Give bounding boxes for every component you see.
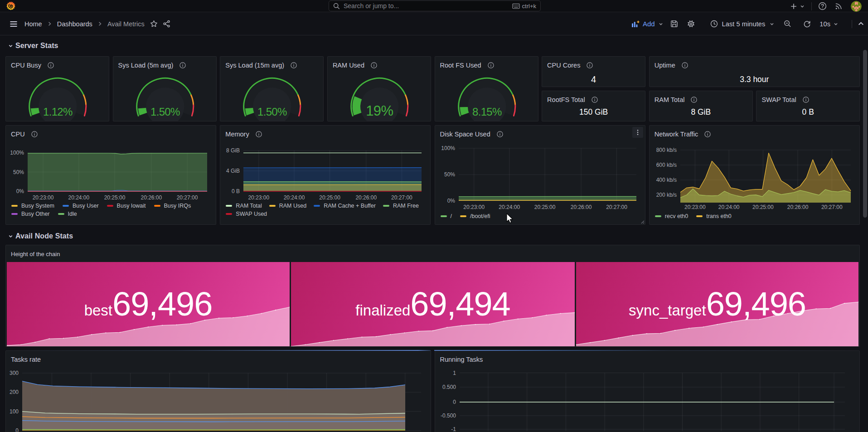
save-icon bbox=[670, 20, 678, 28]
legend-item[interactable]: RAM Free bbox=[383, 203, 419, 209]
search-placeholder: Search or jump to... bbox=[344, 2, 512, 10]
panel-sys-load-15m: Sys Load (15m avg)1.50% bbox=[220, 56, 324, 121]
scrollbar-thumb[interactable] bbox=[863, 50, 867, 218]
legend-item[interactable]: trans eth0 bbox=[696, 213, 732, 219]
legend-swatch bbox=[154, 205, 160, 207]
dashboard-settings-button[interactable] bbox=[685, 17, 697, 31]
stat-sync-target[interactable]: sync_target69,496 bbox=[576, 262, 858, 346]
legend-item[interactable]: Busy Iowait bbox=[107, 203, 146, 209]
panel-loading-indicator bbox=[434, 350, 860, 351]
breadcrumb-dashboards[interactable]: Dashboards bbox=[57, 20, 92, 28]
rss-icon bbox=[835, 2, 843, 10]
save-dashboard-button[interactable] bbox=[669, 17, 680, 31]
stat-label: finalized bbox=[355, 302, 410, 319]
x-axis-label: 20:26:00 bbox=[356, 194, 377, 201]
legend-item[interactable]: RAM Used bbox=[269, 203, 306, 209]
y-axis-label: 800 kb/s bbox=[656, 147, 676, 153]
dashboard-canvas: Server Stats CPU Busy1.12% Sys Load (5m … bbox=[0, 35, 868, 432]
panel-title: RootFS Total bbox=[547, 96, 585, 103]
new-button[interactable] bbox=[790, 3, 805, 10]
gauge-chart: 1.12% bbox=[6, 57, 109, 121]
collapse-toolbar-button[interactable] bbox=[856, 17, 866, 31]
panel-network-traffic: Network Traffic200 kb/s400 kb/s600 kb/s8… bbox=[649, 125, 860, 225]
zoom-out-button[interactable] bbox=[782, 17, 793, 31]
favorite-button[interactable] bbox=[150, 20, 158, 28]
legend-item[interactable]: RAM Cache + Buffer bbox=[314, 203, 376, 209]
stat-text: best69,496 bbox=[7, 285, 290, 323]
panel-title: SWAP Total bbox=[761, 96, 796, 103]
chevron-down-icon bbox=[833, 21, 839, 27]
legend: //boot/efi bbox=[441, 213, 635, 219]
legend-item[interactable]: Busy System bbox=[11, 203, 54, 209]
info-icon[interactable] bbox=[682, 62, 688, 68]
help-button[interactable] bbox=[818, 2, 827, 10]
x-axis-label: 20:27:00 bbox=[177, 194, 198, 201]
legend-item[interactable]: Busy IRQs bbox=[154, 203, 191, 209]
legend-item[interactable]: Busy Other bbox=[11, 211, 50, 217]
y-axis-label: 0.500 bbox=[442, 384, 456, 390]
legend-item[interactable]: /boot/efi bbox=[460, 213, 490, 219]
panel-swap-total: SWAP Total0 B bbox=[756, 91, 860, 121]
x-axis-label: 20:25:00 bbox=[534, 204, 555, 210]
stat-best[interactable]: best69,496 bbox=[7, 262, 290, 346]
info-icon[interactable] bbox=[691, 97, 697, 103]
legend: Busy SystemBusy UserBusy IowaitBusy IRQs… bbox=[11, 203, 206, 217]
share-icon bbox=[163, 20, 170, 28]
legend: recv eth0trans eth0 bbox=[655, 213, 850, 219]
gauge-chart: 1.50% bbox=[113, 57, 216, 121]
y-axis-label: 8 GiB bbox=[226, 147, 240, 154]
chevron-up-icon bbox=[858, 20, 864, 27]
x-axis-label: 20:27:00 bbox=[606, 204, 627, 210]
legend-swatch bbox=[460, 215, 466, 217]
y-axis-label: -0.500 bbox=[440, 413, 456, 419]
legend-item[interactable]: Idle bbox=[58, 211, 77, 217]
chevron-down-icon bbox=[8, 44, 13, 49]
search-input[interactable]: Search or jump to... ctrl+k bbox=[329, 0, 541, 11]
breadcrumb-home[interactable]: Home bbox=[24, 20, 42, 28]
panel-running-tasks: Running Tasks-1-0.50000.5001 bbox=[435, 350, 860, 432]
breadcrumb-separator bbox=[47, 21, 53, 27]
y-axis-label: 100 bbox=[10, 408, 19, 415]
info-icon[interactable] bbox=[803, 97, 809, 103]
help-icon bbox=[818, 2, 827, 10]
stat-value: 4 bbox=[542, 72, 645, 87]
user-avatar[interactable] bbox=[851, 1, 862, 12]
stat-value: 150 GiB bbox=[542, 107, 645, 117]
news-button[interactable] bbox=[835, 2, 843, 10]
panel-title: RAM Total bbox=[655, 96, 685, 103]
gauge-chart: 19% bbox=[328, 57, 431, 121]
y-axis-label: 200 kb/s bbox=[656, 192, 676, 198]
gauge-value: 1.50% bbox=[150, 106, 180, 118]
resize-handle[interactable] bbox=[640, 219, 645, 224]
legend-swatch bbox=[441, 215, 447, 217]
stat-finalized[interactable]: finalized69,494 bbox=[291, 262, 575, 346]
x-axis-label: 20:23:00 bbox=[33, 194, 54, 201]
keyboard-icon bbox=[512, 3, 520, 9]
legend-item[interactable]: Busy User bbox=[63, 203, 99, 209]
panel-tasks-rate: Tasks rate0100200300 bbox=[5, 350, 431, 432]
row-server-stats[interactable]: Server Stats bbox=[8, 42, 58, 50]
refresh-button[interactable] bbox=[801, 17, 813, 31]
stat-value: 8 GiB bbox=[650, 107, 752, 117]
stat-value: 69,496 bbox=[112, 285, 212, 323]
legend-item[interactable]: recv eth0 bbox=[655, 213, 688, 219]
info-icon[interactable] bbox=[587, 62, 593, 68]
legend-label: recv eth0 bbox=[665, 213, 688, 219]
menu-toggle-button[interactable] bbox=[5, 17, 22, 31]
legend-label: Busy System bbox=[21, 203, 54, 209]
add-label: Add bbox=[643, 20, 655, 28]
legend-item[interactable]: SWAP Used bbox=[226, 211, 267, 217]
refresh-interval-picker[interactable]: 10s bbox=[819, 17, 839, 31]
legend-swatch bbox=[63, 205, 69, 207]
time-range-picker[interactable]: Last 5 minutes bbox=[705, 17, 781, 31]
row-avail-node-stats[interactable]: Avail Node Stats bbox=[8, 232, 73, 240]
share-button[interactable] bbox=[163, 20, 170, 28]
grafana-logo[interactable] bbox=[6, 1, 16, 11]
info-icon[interactable] bbox=[592, 97, 598, 103]
stat-label: best bbox=[84, 302, 112, 319]
panel-ram-total: RAM Total8 GiB bbox=[649, 91, 753, 121]
y-axis-label: 0 bbox=[453, 399, 456, 405]
legend-item[interactable]: RAM Total bbox=[226, 203, 262, 209]
add-panel-button[interactable]: Add bbox=[626, 17, 669, 31]
legend-item[interactable]: / bbox=[441, 213, 452, 219]
